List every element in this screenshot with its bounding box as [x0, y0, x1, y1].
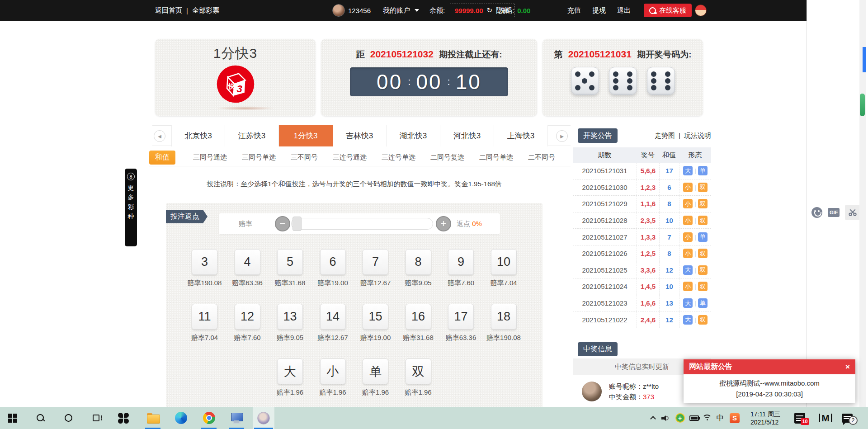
odds-slider-track[interactable] [291, 218, 433, 230]
bet-button-10[interactable]: 10 [491, 249, 517, 275]
bet-option-14[interactable]: 14赔率12.67 [320, 304, 346, 342]
chat-app-button[interactable]: 2 [838, 407, 856, 429]
tab-湖北快3[interactable]: 湖北快3 [387, 125, 440, 146]
account-menu[interactable]: 我的账户 [383, 0, 419, 21]
bet-option-17[interactable]: 17赔率63.36 [448, 304, 474, 342]
bet-button-3[interactable]: 3 [192, 249, 217, 275]
antivirus-tray-button[interactable]: + [674, 407, 686, 429]
tabs-next-button[interactable]: ▶ [556, 130, 568, 142]
subtab-和值[interactable]: 和值 [149, 151, 175, 165]
subtab-三不同号[interactable]: 三不同号 [291, 153, 318, 162]
tray-expand-button[interactable] [647, 407, 658, 429]
subtab-三连号单选[interactable]: 三连号单选 [382, 153, 415, 162]
pinwheel-app-button[interactable] [113, 407, 134, 429]
sogou-button[interactable]: S [728, 407, 741, 429]
bet-option-大[interactable]: 大赔率1.96 [277, 358, 303, 397]
active-app-button[interactable] [253, 407, 274, 429]
tab-河北快3[interactable]: 河北快3 [440, 125, 494, 146]
logout-link[interactable]: 退出 [617, 0, 631, 21]
bet-button-13[interactable]: 13 [277, 304, 303, 330]
bet-option-9[interactable]: 9赔率7.60 [448, 249, 474, 288]
bet-button-小[interactable]: 小 [320, 358, 346, 384]
task-view-button[interactable] [85, 407, 107, 429]
cortana-button[interactable] [57, 407, 79, 429]
bet-option-8[interactable]: 8赔率9.05 [406, 249, 431, 288]
emoji-smiley-icon[interactable] [811, 207, 822, 218]
online-service-button[interactable]: 在线客服 [644, 4, 692, 17]
bet-button-7[interactable]: 7 [363, 249, 388, 275]
bet-button-14[interactable]: 14 [320, 304, 346, 330]
odds-slider-handle[interactable] [292, 217, 302, 231]
gif-icon[interactable]: GIF [828, 208, 840, 217]
ime-button[interactable]: 中 [714, 407, 726, 429]
bet-button-5[interactable]: 5 [277, 249, 303, 275]
chrome-button[interactable] [198, 407, 220, 429]
bet-button-9[interactable]: 9 [448, 249, 474, 275]
wifi-button[interactable] [701, 407, 713, 429]
user-avatar[interactable] [332, 4, 345, 17]
volume-button[interactable] [659, 407, 672, 429]
bet-button-18[interactable]: 18 [491, 304, 517, 330]
bet-button-大[interactable]: 大 [277, 358, 303, 384]
edge-button[interactable] [170, 407, 192, 429]
notification-app-button[interactable]: 10 [792, 407, 807, 429]
rules-link[interactable]: 玩法说明 [684, 132, 711, 140]
chat-scrollbar-thumb[interactable] [860, 94, 865, 116]
subtab-二不同号[interactable]: 二不同号 [528, 153, 555, 162]
bet-button-单[interactable]: 单 [363, 358, 388, 384]
subtab-三同号通选[interactable]: 三同号通选 [193, 153, 227, 162]
tab-北京快3[interactable]: 北京快3 [171, 125, 225, 146]
bet-option-双[interactable]: 双赔率1.96 [406, 358, 431, 397]
bet-button-4[interactable]: 4 [235, 249, 260, 275]
file-explorer-button[interactable] [142, 407, 164, 429]
bet-option-3[interactable]: 3赔率190.08 [192, 249, 217, 288]
tabs-prev-button[interactable]: ◀ [154, 130, 165, 142]
bet-button-16[interactable]: 16 [406, 304, 431, 330]
start-button[interactable] [2, 407, 24, 429]
results-title[interactable]: 开奖公告 [578, 128, 618, 143]
bet-button-11[interactable]: 11 [192, 304, 217, 330]
taskbar-clock[interactable]: 17:11 周三 2021/5/12 [750, 407, 791, 429]
bet-button-6[interactable]: 6 [320, 249, 346, 275]
taskbar-search-button[interactable] [30, 407, 52, 429]
refresh-icon[interactable]: ↻ [487, 6, 493, 14]
bet-option-11[interactable]: 11赔率7.04 [192, 304, 217, 342]
trend-link[interactable]: 走势图 [655, 132, 675, 140]
bet-button-双[interactable]: 双 [406, 358, 431, 384]
subtab-二同号单选[interactable]: 二同号单选 [479, 153, 513, 162]
bet-option-小[interactable]: 小赔率1.96 [320, 358, 346, 397]
bet-button-17[interactable]: 17 [448, 304, 474, 330]
bet-option-6[interactable]: 6赔率19.00 [320, 249, 346, 288]
home-link[interactable]: 返回首页 [155, 6, 182, 15]
odds-minus-button[interactable]: − [275, 216, 290, 231]
tab-江苏快3[interactable]: 江苏快3 [225, 125, 279, 146]
subtab-二同号复选[interactable]: 二同号复选 [430, 153, 464, 162]
bet-button-15[interactable]: 15 [363, 304, 388, 330]
bet-button-8[interactable]: 8 [406, 249, 431, 275]
bet-option-10[interactable]: 10赔率7.04 [491, 249, 517, 288]
subtab-三连号通选[interactable]: 三连号通选 [333, 153, 367, 162]
tab-上海快3[interactable]: 上海快3 [494, 125, 548, 146]
remote-desktop-button[interactable] [226, 407, 247, 429]
battery-button[interactable] [687, 407, 701, 429]
bet-option-7[interactable]: 7赔率12.67 [363, 249, 388, 288]
screenshot-scissors-icon[interactable] [845, 205, 860, 220]
tab-吉林快3[interactable]: 吉林快3 [333, 125, 387, 146]
all-lottery-link[interactable]: 全部彩票 [192, 6, 219, 15]
bet-option-5[interactable]: 5赔率31.68 [277, 249, 303, 288]
withdraw-link[interactable]: 提现 [592, 0, 606, 21]
bet-option-单[interactable]: 单赔率1.96 [363, 358, 388, 397]
bet-option-18[interactable]: 18赔率190.08 [491, 304, 517, 342]
bet-option-4[interactable]: 4赔率63.36 [235, 249, 260, 288]
bet-option-16[interactable]: 16赔率31.68 [406, 304, 431, 342]
bet-option-12[interactable]: 12赔率7.60 [235, 304, 260, 342]
tab-1分快3[interactable]: 1分快3 [279, 125, 333, 146]
bet-option-13[interactable]: 13赔率9.05 [277, 304, 303, 342]
odds-plus-button[interactable]: + [436, 216, 451, 231]
close-icon[interactable]: × [845, 363, 850, 372]
bet-option-15[interactable]: 15赔率19.00 [363, 304, 388, 342]
bet-button-12[interactable]: 12 [235, 304, 260, 330]
subtab-三同号单选[interactable]: 三同号单选 [242, 153, 276, 162]
more-lottery-tab[interactable]: 8 更多彩种 [125, 169, 137, 246]
deposit-link[interactable]: 充值 [567, 0, 581, 21]
